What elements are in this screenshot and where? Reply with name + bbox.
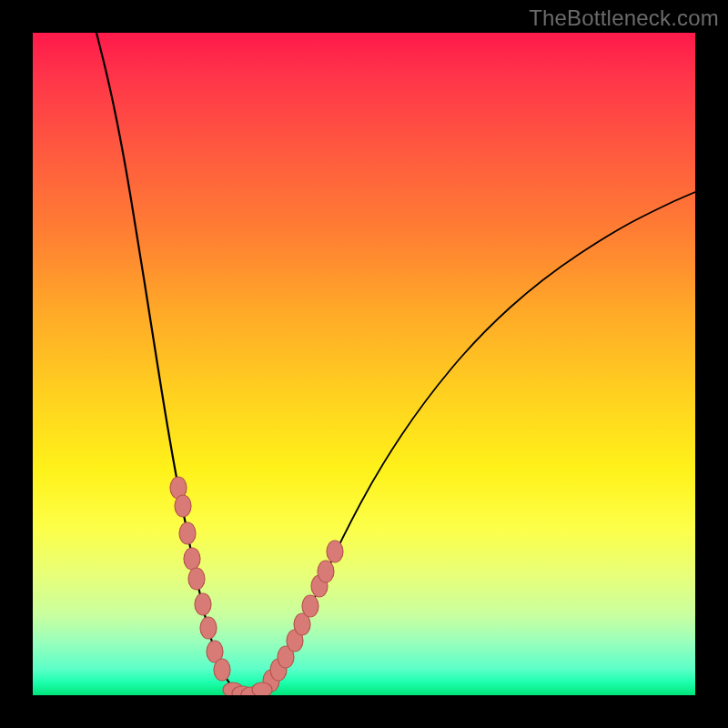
- data-marker: [184, 548, 200, 570]
- bottleneck-curve: [33, 33, 695, 695]
- data-marker: [252, 682, 272, 695]
- data-markers: [170, 477, 343, 695]
- data-marker: [318, 561, 334, 582]
- watermark-text: TheBottleneck.com: [529, 5, 719, 31]
- data-marker: [302, 595, 318, 617]
- data-marker: [179, 522, 196, 544]
- data-marker: [214, 659, 230, 681]
- data-marker: [200, 617, 217, 639]
- data-marker: [195, 593, 211, 615]
- plot-area: [33, 33, 695, 695]
- data-marker: [327, 541, 343, 562]
- data-marker: [175, 495, 191, 517]
- data-marker: [188, 568, 205, 590]
- chart-frame: TheBottleneck.com: [0, 0, 728, 728]
